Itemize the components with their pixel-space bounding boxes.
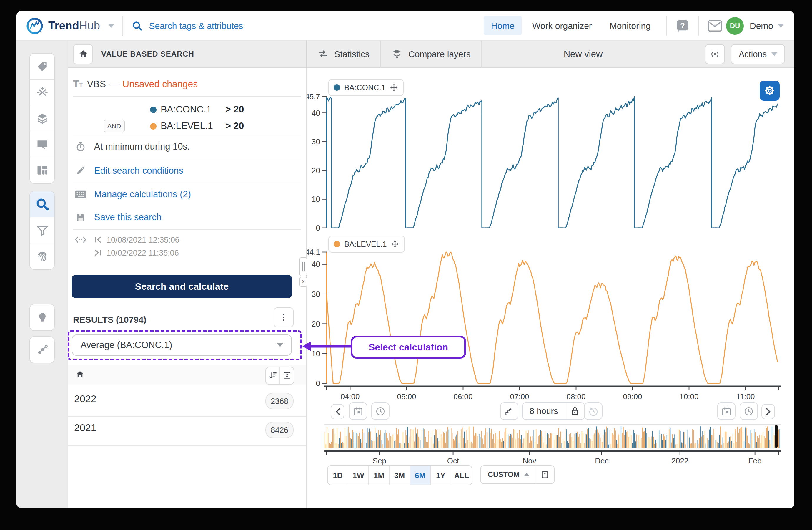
svg-text:Feb: Feb: [749, 456, 762, 465]
annotation-arrow: [301, 340, 353, 353]
nav-item-monitoring[interactable]: Monitoring: [603, 16, 658, 35]
edit-search-conditions-link[interactable]: Edit search conditions: [94, 166, 183, 176]
tag-icon: [35, 60, 48, 73]
manage-calculations-row[interactable]: Manage calculations (2): [73, 185, 301, 204]
annotation-callout: Select calculation: [351, 336, 466, 359]
calculations-icon: [35, 86, 48, 99]
app-window: TrendHub Home Work organizer Monitoring …: [16, 11, 794, 508]
sidebar-item-fingerprint[interactable]: [30, 243, 54, 269]
timeframe-duration-control[interactable]: 8 hours: [522, 402, 585, 420]
search-and-calculate-button[interactable]: Search and calculate: [72, 275, 292, 298]
svg-text:2022: 2022: [671, 456, 688, 465]
brand-name: TrendHub: [48, 19, 100, 32]
user-chevron-down-icon[interactable]: [778, 24, 784, 27]
user-name[interactable]: Demo: [750, 20, 773, 31]
save-search-row[interactable]: Save this search: [73, 208, 301, 227]
fit-screen-icon[interactable]: [535, 470, 554, 479]
live-broadcast-button[interactable]: [705, 44, 725, 64]
zoom-preset-1m[interactable]: 1M: [369, 466, 390, 485]
panel-collapse-button[interactable]: x: [300, 277, 307, 287]
series-color-dot: [150, 123, 157, 129]
icon-rail: [16, 41, 68, 508]
svg-text:40: 40: [311, 260, 320, 268]
avatar[interactable]: DU: [726, 17, 744, 34]
topbar-right: ? DU Demo: [658, 16, 784, 36]
timeframe-row[interactable]: 10/08/2021 12:35:06: [73, 233, 301, 247]
collapse-rows-button[interactable]: [279, 367, 294, 384]
sidebar-item-search[interactable]: [30, 191, 54, 217]
svg-text:06:00: 06:00: [453, 392, 473, 401]
sidebar-item-comments[interactable]: [30, 131, 54, 157]
legend-label: BA:LEVEL.1: [344, 240, 387, 249]
panel-resize-handle[interactable]: [300, 257, 307, 276]
edit-search-conditions-row[interactable]: Edit search conditions: [73, 161, 301, 180]
results-menu-button[interactable]: [274, 307, 294, 327]
result-row-label[interactable]: 2021: [74, 422, 97, 434]
step-forward-button[interactable]: [762, 404, 775, 419]
fingerprint-icon: [35, 250, 48, 263]
chart-type-button[interactable]: [500, 402, 518, 420]
save-icon: [73, 212, 88, 223]
nav-item-work-organizer[interactable]: Work organizer: [525, 16, 599, 35]
zoom-preset-3m[interactable]: 3M: [390, 466, 410, 485]
zoom-preset-1y[interactable]: 1Y: [431, 466, 451, 485]
home-icon: [78, 49, 88, 59]
sidebar-item-suggestions[interactable]: [30, 305, 54, 330]
svg-text:?: ?: [680, 21, 685, 30]
calculation-select[interactable]: Average (BA:CONC.1): [72, 334, 292, 356]
move-icon[interactable]: [391, 240, 400, 249]
search-active-icon: [35, 197, 49, 211]
stopwatch-icon: [73, 141, 88, 153]
select-chevron-down-icon: [277, 343, 283, 347]
save-search-link[interactable]: Save this search: [94, 212, 161, 223]
zoom-preset-1w[interactable]: 1W: [348, 466, 369, 485]
zoom-preset-1d[interactable]: 1D: [328, 466, 348, 485]
zoom-preset-all[interactable]: ALL: [451, 466, 472, 485]
svg-text:Oct: Oct: [447, 456, 459, 465]
sidebar-item-tags[interactable]: [30, 54, 54, 80]
sidebar-item-dashboards[interactable]: [30, 157, 54, 183]
calendar-start-button[interactable]: [349, 402, 367, 420]
panel-home-button[interactable]: [73, 44, 93, 64]
calendar-end-button[interactable]: [717, 402, 736, 420]
history-button[interactable]: [584, 402, 603, 420]
tab-compare-layers[interactable]: Compare layers: [381, 40, 482, 67]
sort-descending-button[interactable]: [266, 367, 279, 384]
nav-item-home[interactable]: Home: [484, 16, 522, 35]
sidebar-item-filter[interactable]: [30, 217, 54, 243]
zoom-preset-group: 1D 1W 1M 3M 6M 1Y ALL: [327, 465, 473, 485]
brand[interactable]: TrendHub: [26, 17, 114, 34]
results-home-icon[interactable]: [75, 370, 85, 379]
rename-icon[interactable]: TT: [73, 78, 87, 90]
chart-settings-button[interactable]: [760, 81, 780, 101]
sidebar-item-calculations[interactable]: [30, 80, 54, 106]
trend-chart[interactable]: 45.740302010044.140302010004:0005:0006:0…: [307, 68, 794, 508]
search-input[interactable]: [148, 20, 327, 31]
actions-button[interactable]: Actions: [731, 44, 785, 64]
move-icon[interactable]: [390, 83, 398, 92]
help-icon[interactable]: ?: [675, 18, 690, 33]
tab-statistics[interactable]: Statistics: [307, 40, 381, 67]
sidebar-item-layers[interactable]: [30, 106, 54, 131]
sidebar-item-context[interactable]: [30, 337, 54, 363]
mail-icon[interactable]: [707, 19, 723, 32]
zoom-preset-6m[interactable]: 6M: [410, 466, 431, 485]
manage-calculations-link[interactable]: Manage calculations (2): [94, 189, 191, 200]
actions-label: Actions: [739, 49, 767, 59]
custom-chevron-up-icon: [524, 473, 530, 476]
clock-start-button[interactable]: [371, 402, 390, 420]
timeframe-row-end: 10/02/2022 11:35:06: [73, 246, 301, 260]
svg-text:08:00: 08:00: [566, 392, 585, 401]
lock-icon[interactable]: [566, 406, 584, 416]
broadcast-icon: [709, 48, 721, 60]
condition-rule: > 20: [226, 121, 244, 131]
clock-end-button[interactable]: [740, 402, 758, 420]
gear-icon: [764, 85, 775, 97]
legend-chip-conc[interactable]: BA:CONC.1: [328, 79, 404, 96]
step-back-button[interactable]: [331, 404, 344, 419]
custom-range-control[interactable]: CUSTOM: [480, 465, 555, 484]
legend-chip-level[interactable]: BA:LEVEL.1: [328, 236, 405, 253]
query-name[interactable]: VBS: [87, 79, 106, 89]
result-row-label[interactable]: 2022: [74, 393, 97, 405]
brand-chevron-down-icon[interactable]: [108, 24, 114, 27]
